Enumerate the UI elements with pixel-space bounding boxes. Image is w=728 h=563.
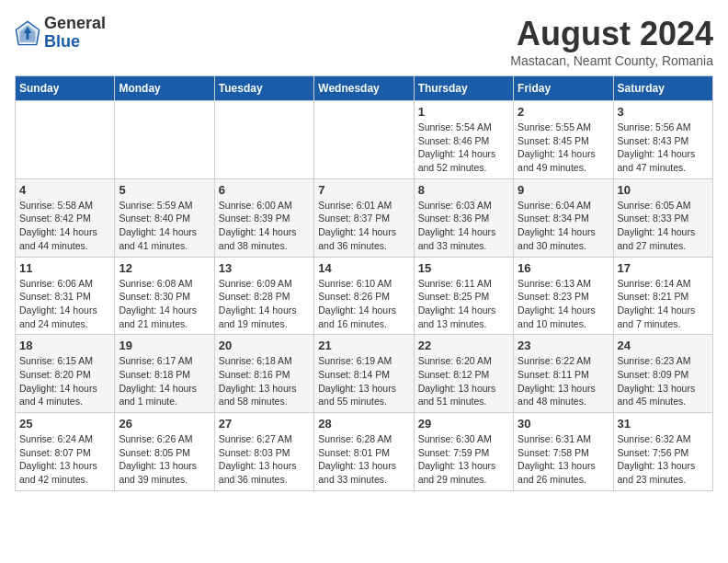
- calendar-cell: 25Sunrise: 6:24 AM Sunset: 8:07 PM Dayli…: [16, 413, 115, 491]
- day-of-week-header: Sunday: [16, 76, 115, 101]
- day-number: 9: [518, 183, 609, 197]
- calendar-cell: 5Sunrise: 5:59 AM Sunset: 8:40 PM Daylig…: [115, 178, 214, 257]
- day-info: Sunrise: 5:56 AM Sunset: 8:43 PM Dayligh…: [618, 121, 709, 175]
- calendar-cell: 9Sunrise: 6:04 AM Sunset: 8:34 PM Daylig…: [514, 178, 613, 257]
- calendar-week-row: 18Sunrise: 6:15 AM Sunset: 8:20 PM Dayli…: [16, 335, 713, 413]
- day-number: 7: [318, 183, 409, 197]
- calendar-cell: [214, 101, 313, 179]
- day-info: Sunrise: 5:55 AM Sunset: 8:45 PM Dayligh…: [518, 121, 609, 175]
- calendar-cell: 14Sunrise: 6:10 AM Sunset: 8:26 PM Dayli…: [314, 257, 414, 335]
- calendar-cell: [314, 101, 414, 179]
- calendar-cell: 26Sunrise: 6:26 AM Sunset: 8:05 PM Dayli…: [115, 413, 214, 491]
- calendar-cell: 17Sunrise: 6:14 AM Sunset: 8:21 PM Dayli…: [613, 257, 712, 335]
- calendar-cell: 11Sunrise: 6:06 AM Sunset: 8:31 PM Dayli…: [16, 257, 115, 335]
- calendar-cell: 15Sunrise: 6:11 AM Sunset: 8:25 PM Dayli…: [414, 257, 513, 335]
- day-number: 2: [518, 105, 609, 119]
- day-number: 29: [418, 417, 509, 431]
- day-info: Sunrise: 6:18 AM Sunset: 8:16 PM Dayligh…: [219, 354, 310, 408]
- day-of-week-header: Tuesday: [214, 76, 313, 101]
- calendar-week-row: 25Sunrise: 6:24 AM Sunset: 8:07 PM Dayli…: [16, 413, 713, 491]
- day-number: 30: [518, 417, 609, 431]
- page-header: General Blue August 2024 Mastacan, Neamt…: [15, 15, 713, 68]
- day-of-week-header: Thursday: [414, 76, 513, 101]
- day-number: 17: [618, 261, 709, 275]
- day-number: 22: [418, 339, 509, 352]
- day-number: 20: [219, 339, 310, 352]
- day-number: 6: [219, 183, 310, 197]
- header-row: SundayMondayTuesdayWednesdayThursdayFrid…: [16, 76, 713, 101]
- day-info: Sunrise: 6:28 AM Sunset: 8:01 PM Dayligh…: [318, 432, 409, 487]
- day-info: Sunrise: 6:03 AM Sunset: 8:36 PM Dayligh…: [418, 199, 509, 253]
- day-info: Sunrise: 6:31 AM Sunset: 7:58 PM Dayligh…: [518, 432, 609, 487]
- day-info: Sunrise: 6:32 AM Sunset: 7:56 PM Dayligh…: [618, 432, 709, 487]
- day-number: 4: [19, 183, 110, 197]
- day-info: Sunrise: 6:14 AM Sunset: 8:21 PM Dayligh…: [618, 277, 709, 331]
- calendar-header: SundayMondayTuesdayWednesdayThursdayFrid…: [16, 76, 713, 101]
- day-info: Sunrise: 6:04 AM Sunset: 8:34 PM Dayligh…: [518, 199, 609, 253]
- logo-blue: Blue: [44, 33, 106, 52]
- calendar-cell: 7Sunrise: 6:01 AM Sunset: 8:37 PM Daylig…: [314, 178, 414, 257]
- day-number: 12: [119, 261, 210, 275]
- day-of-week-header: Saturday: [613, 76, 712, 101]
- calendar: SundayMondayTuesdayWednesdayThursdayFrid…: [15, 75, 713, 491]
- day-info: Sunrise: 6:20 AM Sunset: 8:12 PM Dayligh…: [418, 354, 509, 408]
- calendar-cell: 23Sunrise: 6:22 AM Sunset: 8:11 PM Dayli…: [514, 335, 613, 413]
- logo-text: General Blue: [44, 15, 106, 52]
- calendar-cell: [16, 101, 115, 179]
- calendar-cell: 27Sunrise: 6:27 AM Sunset: 8:03 PM Dayli…: [214, 413, 313, 491]
- day-number: 16: [518, 261, 609, 275]
- day-info: Sunrise: 5:58 AM Sunset: 8:42 PM Dayligh…: [19, 199, 110, 253]
- calendar-cell: 29Sunrise: 6:30 AM Sunset: 7:59 PM Dayli…: [414, 413, 513, 491]
- calendar-cell: 24Sunrise: 6:23 AM Sunset: 8:09 PM Dayli…: [613, 335, 712, 413]
- day-number: 24: [618, 339, 709, 352]
- day-of-week-header: Friday: [514, 76, 613, 101]
- day-number: 5: [119, 183, 210, 197]
- calendar-cell: 16Sunrise: 6:13 AM Sunset: 8:23 PM Dayli…: [514, 257, 613, 335]
- day-info: Sunrise: 6:15 AM Sunset: 8:20 PM Dayligh…: [19, 354, 110, 408]
- day-info: Sunrise: 6:24 AM Sunset: 8:07 PM Dayligh…: [19, 432, 110, 487]
- location: Mastacan, Neamt County, Romania: [510, 53, 713, 68]
- calendar-cell: 4Sunrise: 5:58 AM Sunset: 8:42 PM Daylig…: [16, 178, 115, 257]
- day-of-week-header: Monday: [115, 76, 214, 101]
- day-info: Sunrise: 6:23 AM Sunset: 8:09 PM Dayligh…: [618, 354, 709, 408]
- calendar-cell: 2Sunrise: 5:55 AM Sunset: 8:45 PM Daylig…: [514, 101, 613, 179]
- calendar-cell: 30Sunrise: 6:31 AM Sunset: 7:58 PM Dayli…: [514, 413, 613, 491]
- day-info: Sunrise: 6:26 AM Sunset: 8:05 PM Dayligh…: [119, 432, 210, 487]
- calendar-cell: 22Sunrise: 6:20 AM Sunset: 8:12 PM Dayli…: [414, 335, 513, 413]
- day-number: 28: [318, 417, 409, 431]
- day-info: Sunrise: 5:54 AM Sunset: 8:46 PM Dayligh…: [418, 121, 509, 175]
- calendar-body: 1Sunrise: 5:54 AM Sunset: 8:46 PM Daylig…: [16, 101, 713, 491]
- day-number: 23: [518, 339, 609, 352]
- title-block: August 2024 Mastacan, Neamt County, Roma…: [510, 15, 713, 68]
- calendar-cell: 28Sunrise: 6:28 AM Sunset: 8:01 PM Dayli…: [314, 413, 414, 491]
- day-info: Sunrise: 6:05 AM Sunset: 8:33 PM Dayligh…: [618, 199, 709, 253]
- calendar-cell: 18Sunrise: 6:15 AM Sunset: 8:20 PM Dayli…: [16, 335, 115, 413]
- day-info: Sunrise: 6:11 AM Sunset: 8:25 PM Dayligh…: [418, 277, 509, 331]
- day-number: 19: [119, 339, 210, 352]
- day-number: 13: [219, 261, 310, 275]
- calendar-cell: 13Sunrise: 6:09 AM Sunset: 8:28 PM Dayli…: [214, 257, 313, 335]
- logo: General Blue: [15, 15, 106, 52]
- calendar-cell: 8Sunrise: 6:03 AM Sunset: 8:36 PM Daylig…: [414, 178, 513, 257]
- day-number: 27: [219, 417, 310, 431]
- calendar-cell: 31Sunrise: 6:32 AM Sunset: 7:56 PM Dayli…: [613, 413, 712, 491]
- day-number: 25: [19, 417, 110, 431]
- day-info: Sunrise: 6:22 AM Sunset: 8:11 PM Dayligh…: [518, 354, 609, 408]
- day-info: Sunrise: 6:19 AM Sunset: 8:14 PM Dayligh…: [318, 354, 409, 408]
- month-year: August 2024: [510, 15, 713, 53]
- day-info: Sunrise: 6:06 AM Sunset: 8:31 PM Dayligh…: [19, 277, 110, 331]
- calendar-cell: 1Sunrise: 5:54 AM Sunset: 8:46 PM Daylig…: [414, 101, 513, 179]
- day-number: 21: [318, 339, 409, 352]
- logo-general: General: [44, 15, 106, 33]
- day-info: Sunrise: 6:30 AM Sunset: 7:59 PM Dayligh…: [418, 432, 509, 487]
- day-number: 14: [318, 261, 409, 275]
- day-number: 15: [418, 261, 509, 275]
- calendar-cell: 3Sunrise: 5:56 AM Sunset: 8:43 PM Daylig…: [613, 101, 712, 179]
- day-number: 1: [418, 105, 509, 119]
- day-info: Sunrise: 5:59 AM Sunset: 8:40 PM Dayligh…: [119, 199, 210, 253]
- day-number: 11: [19, 261, 110, 275]
- calendar-cell: 10Sunrise: 6:05 AM Sunset: 8:33 PM Dayli…: [613, 178, 712, 257]
- day-info: Sunrise: 6:13 AM Sunset: 8:23 PM Dayligh…: [518, 277, 609, 331]
- day-of-week-header: Wednesday: [314, 76, 414, 101]
- calendar-cell: 20Sunrise: 6:18 AM Sunset: 8:16 PM Dayli…: [214, 335, 313, 413]
